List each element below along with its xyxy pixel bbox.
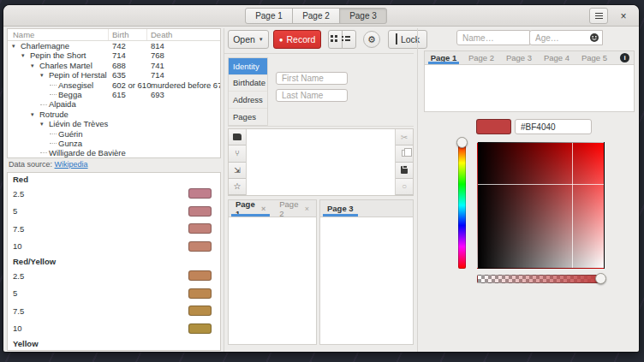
tree-row[interactable]: ▾Charlemagne742814: [8, 41, 220, 50]
family-tree-view: Name Birth Death ▾Charlemagne742814▾Pepi…: [7, 28, 221, 158]
expander-icon[interactable]: ▾: [12, 41, 21, 50]
record-button[interactable]: ● Record: [273, 30, 321, 49]
notebook-corner: i: [620, 51, 634, 64]
stack-item-pages[interactable]: Pages: [229, 109, 267, 126]
expander-icon[interactable]: ▾: [31, 61, 39, 70]
tree-row[interactable]: ▾Pepin of Herstal635714: [8, 70, 220, 80]
expander-icon[interactable]: ▾: [31, 110, 39, 119]
color-row-label: 10: [13, 323, 22, 333]
tab-page-2[interactable]: Page 2×: [272, 200, 316, 217]
header-tabs: Page 1Page 2Page 3: [245, 8, 387, 24]
hex-color-input[interactable]: [515, 119, 592, 134]
emoji-icon[interactable]: [589, 33, 599, 43]
tree-row[interactable]: Guérin: [8, 129, 220, 139]
right-tab-page-1[interactable]: Page 1: [425, 51, 462, 64]
color-row-label: 7.5: [13, 224, 24, 234]
copy-button[interactable]: [396, 145, 413, 162]
insert-image-button[interactable]: [229, 129, 246, 145]
tab-page-3[interactable]: Page 3: [320, 200, 361, 217]
color-row[interactable]: 10: [8, 320, 220, 338]
pane-separator-right[interactable]: [417, 28, 418, 352]
tree-row[interactable]: ▾Rotrude: [8, 110, 220, 119]
text-editor-area[interactable]: [247, 129, 395, 195]
header-tab-page-3[interactable]: Page 3: [339, 8, 387, 24]
color-row-label: 10: [13, 241, 22, 251]
alpha-slider-handle[interactable]: [595, 273, 606, 284]
column-header-death[interactable]: Death: [151, 30, 172, 39]
tree-row[interactable]: Willigarde de Bavière: [8, 148, 220, 157]
record-button-label: Record: [287, 34, 316, 45]
menu-button[interactable]: [589, 8, 608, 24]
tree-row[interactable]: ▾Pepin the Short714768: [8, 50, 220, 60]
hue-slider-handle[interactable]: [456, 137, 468, 148]
tree-row[interactable]: Alpaida: [8, 99, 220, 109]
star-icon: ☆: [234, 181, 242, 191]
list-view-button[interactable]: [342, 30, 356, 49]
expander-icon[interactable]: ▾: [40, 119, 49, 128]
tree-cell-name: ▾Charlemagne: [8, 41, 69, 50]
stack-item-address[interactable]: Address: [229, 92, 267, 109]
right-tab-page-5[interactable]: Page 5: [575, 51, 613, 64]
tab-close-icon[interactable]: ×: [261, 205, 265, 213]
tree-row[interactable]: ▾Charles Martel688741: [8, 61, 220, 70]
insert-object-button[interactable]: ⑂: [229, 145, 246, 162]
tab-label: Page 2: [279, 199, 301, 218]
stack-item-identity[interactable]: Identity: [229, 58, 267, 75]
tree-cell-name: ▾Rotrude: [8, 110, 69, 119]
tab-close-icon[interactable]: ×: [305, 205, 309, 213]
notebook-right-page: [320, 217, 413, 344]
alpha-slider[interactable]: [477, 275, 600, 283]
grid-view-button[interactable]: [328, 30, 343, 49]
tree-row-label: Charlemagne: [21, 41, 69, 50]
name-input[interactable]: [456, 30, 530, 45]
column-header-birth[interactable]: Birth: [112, 30, 129, 39]
expander-icon[interactable]: ▾: [40, 70, 49, 80]
saturation-value-plane[interactable]: [477, 142, 605, 269]
tree-cell-birth: 742: [112, 41, 126, 50]
right-tab-page-2[interactable]: Page 2: [462, 51, 500, 64]
editor-right-toolbar: ✂ ○: [395, 129, 413, 195]
settings-button[interactable]: ⚙: [363, 31, 380, 48]
tree-row[interactable]: Begga615693: [8, 90, 220, 99]
favorite-button[interactable]: ☆: [229, 179, 246, 195]
color-row[interactable]: 2.5: [8, 267, 220, 285]
toolbar: Open ▼ ● Record ⚙ Lock: [228, 30, 427, 49]
color-row[interactable]: 5: [8, 203, 220, 221]
fullscreen-button[interactable]: ⇲: [229, 163, 246, 179]
record-circle-button[interactable]: ○: [396, 179, 413, 195]
lock-button[interactable]: Lock: [388, 30, 427, 49]
last-name-field[interactable]: [276, 89, 348, 102]
open-button[interactable]: Open ▼: [228, 30, 269, 49]
info-icon[interactable]: i: [620, 53, 629, 62]
color-row[interactable]: 10: [8, 238, 220, 256]
wikipedia-link[interactable]: Wikipedia: [55, 160, 88, 169]
cut-button[interactable]: ✂: [396, 129, 413, 145]
image-icon: [233, 134, 242, 140]
stack-item-birthdate[interactable]: Birthdate: [229, 75, 267, 92]
color-row[interactable]: 5: [8, 285, 220, 303]
color-row[interactable]: 2.5: [8, 185, 220, 203]
tree-row-label: Ansegisel: [58, 80, 93, 90]
color-list: Red2.557.510Red/Yellow2.557.510Yellow: [7, 172, 221, 351]
first-name-field[interactable]: [276, 72, 348, 85]
paste-button[interactable]: [396, 163, 413, 179]
chevron-down-icon: ▼: [259, 37, 264, 42]
tree-row[interactable]: Ansegisel602 or 610murdered before 679: [8, 80, 220, 90]
header-tab-page-2[interactable]: Page 2: [292, 8, 340, 24]
tree-row[interactable]: ▾Liévin de Trèves: [8, 119, 220, 128]
header-tab-page-1[interactable]: Page 1: [245, 8, 293, 24]
color-row[interactable]: 7.5: [8, 302, 220, 320]
right-tab-page-4[interactable]: Page 4: [538, 51, 575, 64]
color-row-label: 2.5: [13, 271, 24, 281]
close-button[interactable]: ×: [615, 8, 632, 24]
hue-slider[interactable]: [458, 142, 466, 269]
tree-rows: ▾Charlemagne742814▾Pepin the Short714768…: [8, 41, 220, 158]
color-row[interactable]: 7.5: [8, 220, 220, 238]
expander-icon[interactable]: ▾: [21, 50, 30, 60]
color-row-label: 5: [13, 288, 17, 298]
pane-separator-left[interactable]: [224, 28, 224, 352]
column-header-name[interactable]: Name: [13, 30, 34, 39]
tab-page-1[interactable]: Page 1×: [229, 200, 272, 217]
tree-row[interactable]: Gunza: [8, 139, 220, 148]
right-tab-page-3[interactable]: Page 3: [500, 51, 538, 64]
